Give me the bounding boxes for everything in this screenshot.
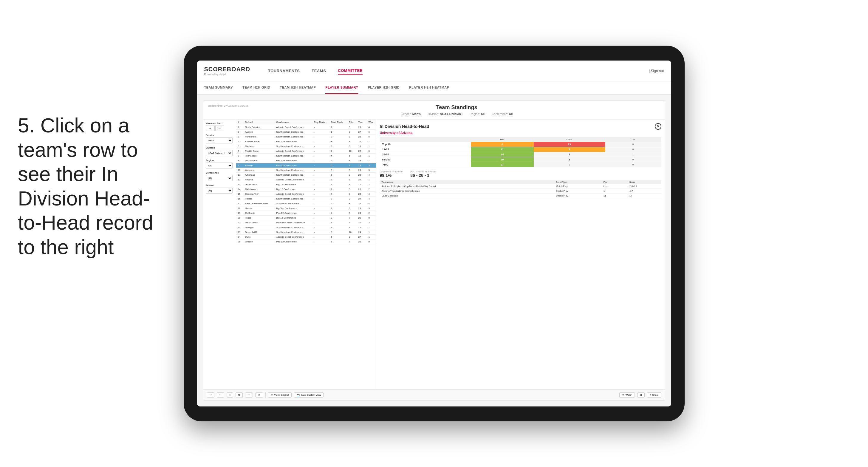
table-row[interactable]: 10 Alabama Southeastern Conference - 5 8… — [236, 168, 376, 173]
teams-table-area: # School Conference Reg Rank Conf Rank R… — [236, 120, 376, 390]
cell-num: 4 — [236, 139, 243, 144]
nav-committee[interactable]: COMMITTEE — [338, 67, 363, 74]
table-row[interactable]: 17 East Tennessee State Southern Confere… — [236, 201, 376, 206]
table-row[interactable]: 2 Auburn Southeastern Conference - 1 9 2… — [236, 130, 376, 134]
cell-win: 2 — [367, 187, 376, 192]
cell-reg-rank: - — [312, 235, 329, 240]
table-row[interactable]: 7 Tennessee Southeastern Conference - 4 … — [236, 154, 376, 158]
close-button[interactable]: ✕ — [655, 123, 661, 130]
tab-player-summary[interactable]: PLAYER SUMMARY — [325, 81, 358, 94]
h2h-range: >100 — [380, 162, 471, 167]
col-reg-rank: Reg Rank — [312, 120, 329, 125]
col-conference: Conference — [274, 120, 312, 125]
col-school: School — [243, 120, 274, 125]
share-button[interactable]: ⤴ Share — [647, 393, 661, 398]
h2h-win: 25 — [471, 152, 534, 157]
cell-tour: 27 — [356, 220, 367, 225]
table-row[interactable]: 16 Florida Southeastern Conference - 7 9… — [236, 196, 376, 201]
min-rounds-input[interactable] — [206, 126, 215, 131]
table-row[interactable]: 22 Georgia Southeastern Conference - 8 7… — [236, 225, 376, 230]
table-row[interactable]: 4 Arizona State Pac-12 Conference - 3 9 … — [236, 139, 376, 144]
table-row[interactable]: 9 Arizona Pac-12 Conference - 5 8 23 3 — [236, 163, 376, 168]
tourn-name: Jackson T. Stephens Cup Men's Match-Play… — [380, 184, 554, 189]
school-select[interactable]: (All) — [206, 188, 232, 193]
tourn-pos: Loss — [602, 184, 628, 189]
cell-win: 1 — [367, 139, 376, 144]
annotation-text: 5. Click on a team's row to see their In… — [18, 113, 173, 259]
tab-player-h2h-heatmap[interactable]: PLAYER H2H HEATMAP — [409, 81, 449, 94]
logo-text: SCOREBOARD — [204, 66, 250, 73]
nav-teams[interactable]: TEAMS — [312, 67, 326, 74]
table-row[interactable]: 6 Florida State Atlantic Coast Conferenc… — [236, 149, 376, 154]
undo-button[interactable]: ↩ — [207, 393, 214, 398]
cell-tour: 27 — [356, 235, 367, 240]
cell-win: 2 — [367, 182, 376, 187]
cell-school: Texas A&M — [243, 230, 274, 235]
tab-team-h2h-grid[interactable]: TEAM H2H GRID — [242, 81, 270, 94]
cell-win: 4 — [367, 201, 376, 206]
table-row[interactable]: 12 Virginia Atlantic Coast Conference - … — [236, 178, 376, 182]
cell-rds: 10 — [347, 230, 356, 235]
table-row[interactable]: 20 Texas Big 12 Conference - 3 7 20 0 — [236, 216, 376, 220]
cell-conference: Big 12 Conference — [274, 187, 312, 192]
cell-num: 22 — [236, 225, 243, 230]
clock-button[interactable]: ⏱ — [255, 393, 263, 398]
h2h-range: Top 10 — [380, 142, 471, 147]
cell-conference: Southeastern Conference — [274, 230, 312, 235]
table-row[interactable]: 13 Texas Tech Big 12 Conference - 1 9 27… — [236, 182, 376, 187]
cell-num: 23 — [236, 230, 243, 235]
table-row[interactable]: 18 Illinois Big Ten Conference - 1 9 23 … — [236, 206, 376, 211]
cell-num: 12 — [236, 178, 243, 182]
cell-conf-rank: 4 — [329, 201, 347, 206]
table-row[interactable]: 15 Georgia Tech Atlantic Coast Conferenc… — [236, 192, 376, 196]
update-time: Update time: 27/03/2024 16:56:26 — [208, 104, 249, 107]
table-row[interactable]: 23 Texas A&M Southeastern Conference - 9… — [236, 230, 376, 235]
nav-tournaments[interactable]: TOURNAMENTS — [268, 67, 300, 74]
col-conf-rank: Conf Rank — [329, 120, 347, 125]
table-row[interactable]: 21 New Mexico Mountain West Conference -… — [236, 220, 376, 225]
save-custom-button[interactable]: 💾 Save Custom View — [294, 393, 323, 398]
watch-button[interactable]: 👁 Watch — [619, 393, 635, 398]
filters-sidebar: Minimum Rou... Gender Men's — [204, 120, 236, 390]
redo-button[interactable]: ↪ — [217, 393, 224, 398]
opp-stats: Opponents in division: 99.1% W-L-T recor… — [380, 170, 661, 178]
cell-conference: Southeastern Conference — [274, 225, 312, 230]
content-card: Update time: 27/03/2024 16:56:26 Team St… — [203, 100, 665, 401]
table-row[interactable]: 14 Oklahoma Big 12 Conference - 2 8 26 2 — [236, 187, 376, 192]
cell-rds: 7 — [347, 240, 356, 244]
tourn-col-pos: Pos — [602, 180, 628, 184]
tourn-col-type: Event Type — [554, 180, 602, 184]
h2h-tie: 0 — [605, 162, 661, 167]
paste-button[interactable]: ⬚ — [245, 393, 253, 398]
sign-out-link[interactable]: | Sign out — [649, 69, 664, 73]
table-row[interactable]: 1 North Carolina Atlantic Coast Conferen… — [236, 125, 376, 130]
cell-win: 3 — [367, 206, 376, 211]
cell-num: 2 — [236, 130, 243, 134]
cell-conference: Southeastern Conference — [274, 134, 312, 139]
cell-tour: 18 — [356, 154, 367, 158]
h2h-loss: 2 — [534, 152, 605, 157]
layout-button[interactable]: ⊞ — [637, 393, 645, 398]
division-select[interactable]: NCAA Division I — [206, 150, 232, 156]
gender-select[interactable]: Men's — [206, 137, 232, 144]
col-tour: Tour — [356, 120, 367, 125]
tab-player-h2h-grid[interactable]: PLAYER H2H GRID — [368, 81, 400, 94]
conference-select[interactable]: (All) — [206, 175, 232, 181]
tab-team-h2h-heatmap[interactable]: TEAM H2H HEATMAP — [280, 81, 316, 94]
tablet-frame: SCOREBOARD Powered by clippd TOURNAMENTS… — [184, 45, 685, 422]
table-row[interactable]: 25 Oregon Pac-12 Conference - 5 7 21 0 — [236, 240, 376, 244]
tab-team-summary[interactable]: TEAM SUMMARY — [204, 81, 233, 94]
forward-button[interactable]: ⟫ — [227, 393, 233, 398]
cell-win: 5 — [367, 134, 376, 139]
max-rounds-input[interactable] — [215, 126, 224, 131]
copy-button[interactable]: ⧉ — [236, 393, 243, 398]
table-row[interactable]: 19 California Pac-12 Conference - 4 8 24… — [236, 211, 376, 216]
main-content: Update time: 27/03/2024 16:56:26 Team St… — [197, 95, 671, 406]
table-row[interactable]: 8 Washington Pac-12 Conference - 2 8 23 … — [236, 158, 376, 163]
view-original-button[interactable]: 👁 View: Original — [268, 393, 291, 398]
region-select[interactable]: N/A — [206, 162, 232, 168]
table-row[interactable]: 5 Ole Miss Southeastern Conference - 3 6… — [236, 144, 376, 149]
table-row[interactable]: 3 Vanderbilt Southeastern Conference - 2… — [236, 134, 376, 139]
table-row[interactable]: 11 Arkansas Southeastern Conference - 6 … — [236, 173, 376, 178]
table-row[interactable]: 24 Duke Atlantic Coast Conference - 5 9 … — [236, 235, 376, 240]
